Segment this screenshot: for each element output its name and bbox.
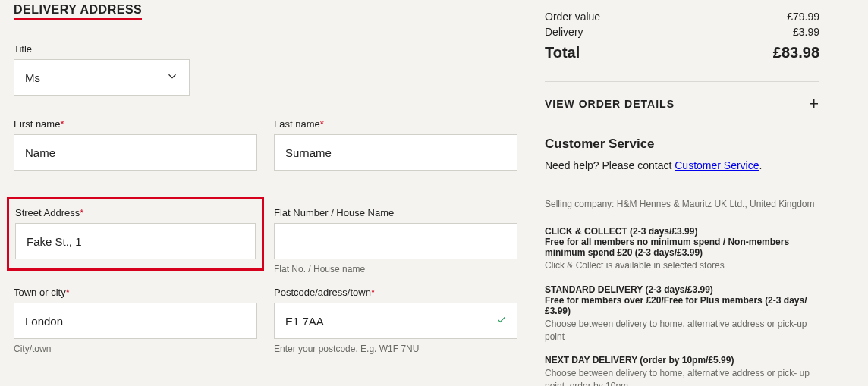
plus-icon: +	[809, 94, 819, 114]
town-label: Town or city*	[14, 287, 257, 298]
shipping-option-title: STANDARD DELIVERY (2-3 days/£3.99)	[545, 284, 819, 295]
customer-service-heading: Customer Service	[545, 137, 819, 152]
postcode-input[interactable]	[274, 303, 517, 339]
flat-label: Flat Number / House Name	[274, 207, 517, 218]
view-order-details-label: VIEW ORDER DETAILS	[545, 98, 675, 110]
total-value: £83.98	[773, 44, 819, 61]
delivery-value: £3.99	[793, 26, 819, 38]
flat-hint: Flat No. / House name	[274, 264, 517, 275]
shipping-option-desc: Choose between delivery to home, alterna…	[545, 367, 819, 386]
shipping-option-title: NEXT DAY DELIVERY (order by 10pm/£5.99)	[545, 355, 819, 366]
town-hint: City/town	[14, 344, 257, 354]
postcode-hint: Enter your postcode. E.g. W1F 7NU	[274, 344, 517, 354]
first-name-label: First name*	[14, 118, 257, 130]
shipping-option-bold: Free for all members no minimum spend / …	[545, 237, 819, 258]
postcode-label: Postcode/adress/town*	[274, 287, 517, 298]
shipping-option-bold: Free for members over £20/Free for Plus …	[545, 295, 819, 316]
selling-company: Selling company: H&M Hennes & Mauritz UK…	[545, 199, 819, 209]
customer-service-text: Need help? Please contact Customer Servi…	[545, 159, 819, 171]
delivery-address-heading: DELIVERY ADDRESS	[14, 3, 142, 20]
street-address-input[interactable]	[15, 223, 256, 259]
customer-service-link[interactable]: Customer Service	[675, 159, 759, 171]
shipping-option-desc: Choose between delivery to home, alterna…	[545, 318, 819, 344]
shipping-option-title: CLICK & COLLECT (2-3 days/£3.99)	[545, 226, 819, 237]
view-order-details-toggle[interactable]: VIEW ORDER DETAILS +	[545, 94, 819, 114]
last-name-input[interactable]	[274, 134, 517, 171]
title-select[interactable]: Ms	[14, 59, 190, 96]
delivery-label: Delivery	[545, 26, 583, 38]
flat-input[interactable]	[274, 223, 517, 259]
town-input[interactable]	[14, 303, 257, 339]
order-value: £79.99	[787, 11, 819, 23]
total-label: Total	[545, 44, 580, 61]
title-label: Title	[14, 43, 517, 55]
street-address-label: Street Address*	[15, 207, 256, 218]
first-name-input[interactable]	[14, 134, 257, 171]
shipping-option-desc: Click & Collect is available in selected…	[545, 259, 819, 272]
last-name-label: Last name*	[274, 118, 517, 130]
order-value-label: Order value	[545, 11, 600, 23]
